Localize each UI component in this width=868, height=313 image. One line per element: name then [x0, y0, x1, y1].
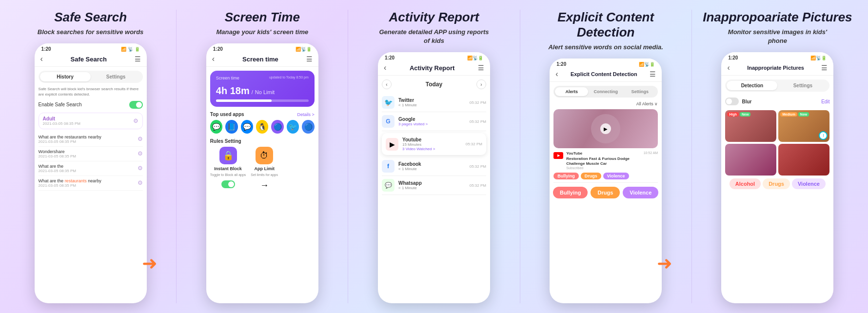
screen-time-card: Screen time updated to Today 8:50 pm 4h …: [210, 71, 315, 107]
back-button[interactable]: ‹: [40, 55, 43, 63]
menu-icon[interactable]: ☰: [306, 55, 313, 63]
image-cell-4: [778, 144, 829, 176]
explicit-content-phone: 1:20 📶📡🔋 ‹ Explicit Content Detection ☰ …: [550, 59, 662, 303]
big-tag-violence: Violence: [623, 187, 658, 198]
edit-link[interactable]: Edit: [821, 99, 829, 104]
alert-icon: !: [819, 131, 828, 140]
google-app-icon: G: [382, 115, 395, 128]
search-item-time: 2021-03-05 08:35 PM: [39, 154, 76, 158]
back-button[interactable]: ‹: [727, 63, 730, 72]
menu-icon[interactable]: ☰: [478, 64, 484, 72]
instant-block-icon: 🔒: [219, 147, 237, 164]
progress-fill: [216, 99, 272, 102]
section-inappropriate-pictures: Inappropoariate Pictures Monitor sensiti…: [692, 10, 863, 303]
youtube-icon: ▶: [553, 152, 563, 159]
search-item-text: What are the restaurants nearby: [39, 135, 101, 139]
app-limit-rule: ⏱ App Limit Set limits for apps →: [251, 147, 278, 191]
instant-block-toggle[interactable]: [221, 180, 235, 188]
highlight-text: Adult: [43, 116, 80, 121]
back-button[interactable]: ‹: [384, 63, 386, 72]
gear-icon[interactable]: ⚙: [138, 136, 143, 142]
badge-high: High: [727, 112, 739, 117]
tab-detection[interactable]: Detection: [727, 81, 777, 90]
back-button[interactable]: ‹: [555, 70, 558, 78]
tab-bar: Detection Settings: [725, 79, 829, 92]
inappropriate-pictures-title: Inappropoariate Pictures: [703, 10, 852, 25]
yt-channel: YouTube: [566, 151, 640, 156]
tab-alerts[interactable]: Alerts: [555, 87, 588, 96]
tab-history[interactable]: History: [40, 72, 91, 81]
enable-row: Enable Safe Search: [39, 101, 143, 109]
all-alerts-row: All Alerts ∨: [553, 101, 658, 106]
screen-time-label: Screen time: [216, 76, 239, 80]
rule-desc: Toggle to Block all apps: [210, 173, 246, 176]
rules-label: Rules Setting: [210, 138, 315, 144]
image-cell-2: Medium New !: [778, 110, 829, 142]
tab-settings[interactable]: Settings: [91, 72, 141, 81]
phone-title: Activity Report: [410, 64, 454, 72]
rule-name: App Limit: [254, 166, 275, 171]
menu-icon[interactable]: ☰: [135, 55, 141, 63]
search-item-text: Wondershare: [39, 149, 76, 154]
phone-body: Alerts Connecting Settings All Alerts ∨ …: [550, 82, 662, 303]
yt-video-title: Restoration Fast & Furious Dodge Challen…: [566, 156, 640, 167]
phone-title: Inappropriate Pictures: [747, 65, 804, 71]
phone-header: ‹ Explicit Content Detection ☰: [550, 68, 662, 82]
no-limit-label: /: [252, 89, 253, 95]
tab-settings[interactable]: Settings: [623, 87, 656, 96]
ip-bottom-tags: Alcohol Drugs Violence: [725, 178, 829, 189]
period-label: Today: [426, 81, 442, 88]
facebook-app-icon: f: [382, 160, 395, 173]
section-safe-search: Safe Search Block searches for sensitive…: [5, 10, 177, 303]
activity-report-desc: Generate detailed APP using reports of k…: [375, 28, 493, 45]
gear-icon[interactable]: ⚙: [133, 117, 138, 124]
rules-grid: 🔒 Instant Block Toggle to Block all apps…: [210, 147, 315, 191]
tab-settings[interactable]: Settings: [777, 81, 828, 90]
details-link[interactable]: Details >: [297, 112, 315, 117]
period-nav: ‹ Today ›: [382, 79, 486, 89]
play-button[interactable]: ▶: [600, 123, 611, 134]
next-arrow[interactable]: ›: [476, 79, 486, 89]
ip-tag-drugs: Drugs: [763, 178, 790, 189]
yt-time: 10:52 AM: [644, 151, 658, 155]
tab-connecting[interactable]: Connecting: [589, 87, 622, 96]
menu-icon[interactable]: ☰: [821, 64, 828, 72]
activity-info: Google 3 pages visited >: [398, 117, 470, 126]
image-grid: High New Medium New !: [725, 110, 829, 176]
back-button[interactable]: ‹: [212, 55, 215, 63]
explicit-content-desc: Alert sensitive words on social media.: [548, 43, 663, 52]
phone-body: History Settings Safe Search will block …: [35, 67, 147, 303]
gear-icon[interactable]: ⚙: [138, 150, 143, 157]
all-alerts-button[interactable]: All Alerts ∨: [636, 101, 658, 106]
search-item: Wondershare 2021-03-05 08:35 PM ⚙: [39, 147, 143, 161]
phone-header: ‹ Screen time ☰: [206, 53, 318, 67]
activity-info: Facebook < 1 Minute: [398, 161, 470, 171]
image-cell-1: High New: [725, 110, 776, 142]
safe-search-toggle[interactable]: [129, 101, 143, 109]
gear-icon[interactable]: ⚙: [138, 165, 143, 172]
google-icon: 🔵: [302, 120, 314, 134]
highlight-card: Adult 2021-03-05 08:35 PM ⚙: [39, 113, 143, 129]
section-activity-report: Activity Report Generate detailed APP us…: [348, 10, 520, 303]
activity-report-title: Activity Report: [389, 10, 479, 25]
yt-sub: Subscribed: [566, 166, 640, 170]
blur-label: Blur: [742, 99, 751, 104]
whatsapp-app-icon: 💬: [382, 179, 395, 192]
yt-video-row: ▶ YouTube Restoration Fast & Furious Dod…: [553, 151, 658, 170]
activity-item-google: G Google 3 pages visited > 05:32 PM: [382, 112, 486, 131]
top-apps-header: Top used apps Details >: [210, 112, 315, 117]
screen-time-phone: 1:20 📶📡🔋 ‹ Screen time ☰ Screen time upd…: [206, 43, 318, 303]
prev-arrow[interactable]: ‹: [382, 79, 392, 89]
explicit-content-title: Explicit Content Detection: [528, 10, 684, 40]
big-tag-bullying: Bullying: [553, 187, 588, 198]
screen-time-title: Screen Time: [225, 10, 300, 25]
phone-header: ‹ Safe Search ☰: [35, 53, 147, 67]
tag-bullying: Bullying: [553, 173, 579, 179]
search-item-time: 2021-03-05 08:35 PM: [39, 139, 101, 144]
inappropriate-pictures-desc: Monitor sensitive images in kids' phone: [719, 28, 836, 45]
menu-icon[interactable]: ☰: [650, 70, 656, 78]
ec-tab-bar: Alerts Connecting Settings: [553, 86, 658, 98]
blur-toggle[interactable]: [725, 98, 739, 105]
rule-name: Instant Block: [214, 166, 242, 171]
gear-icon[interactable]: ⚙: [138, 179, 143, 186]
